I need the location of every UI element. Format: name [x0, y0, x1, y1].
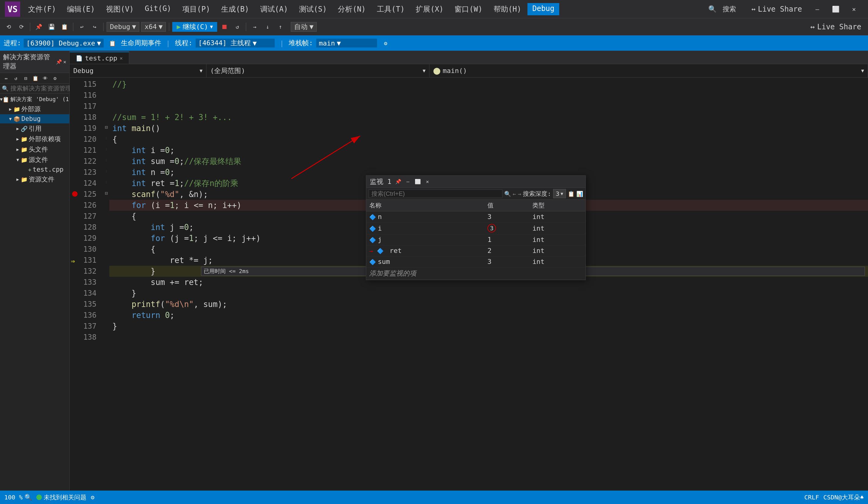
minimize-button[interactable]: —	[808, 3, 826, 15]
live-share-label[interactable]: Live Share	[758, 5, 802, 13]
scope-select[interactable]: (全局范围) ▼	[206, 64, 430, 77]
nav-back-icon[interactable]: ←	[513, 191, 516, 197]
debug-settings-btn[interactable]: ⚙	[380, 38, 391, 48]
sync-btn[interactable]: ↔	[2, 74, 10, 82]
toolbar-btn-2[interactable]: ⟳	[16, 22, 27, 32]
menu-debug[interactable]: 调试(A)	[255, 3, 293, 15]
solution-label: 解决方案 'Debug' (1 个项目, 共	[10, 96, 69, 103]
step-into[interactable]: ↓	[262, 22, 273, 32]
watch-row-j[interactable]: 🔷j 1 int	[366, 234, 586, 245]
menu-debug-active[interactable]: Debug	[527, 3, 559, 15]
menu-build[interactable]: 生成(B)	[216, 3, 254, 15]
collapse-main[interactable]: ⊟	[103, 122, 109, 133]
code-editor[interactable]: ⇒ 115 116 117 118 119 120 121 122 123 12…	[70, 78, 868, 491]
tree-item-headers[interactable]: ▶ 📁 头文件	[0, 144, 69, 155]
toolbar-sep-3	[103, 23, 104, 31]
code-line-120: {	[109, 134, 868, 145]
test-cpp-label: test.cpp	[33, 166, 63, 173]
tree-item-solution[interactable]: ▼ 📋 解决方案 'Debug' (1 个项目, 共	[0, 95, 69, 104]
line-num-118: 118	[79, 112, 100, 123]
tab-close-btn[interactable]: ✕	[120, 55, 123, 61]
toolbar-restart[interactable]: ↺	[232, 22, 243, 32]
toolbar-btn-1[interactable]: ⟲	[3, 22, 14, 32]
pin-icon[interactable]: 📌	[56, 59, 62, 65]
thread-dropdown[interactable]: [46344] 主线程 ▼	[195, 39, 275, 48]
settings-btn[interactable]: ⚙	[91, 494, 94, 501]
platform-dropdown[interactable]: x64 ▼	[141, 22, 166, 32]
menu-analyze[interactable]: 分析(N)	[333, 3, 371, 15]
stack-label: 堆栈帧:	[289, 39, 313, 48]
close-button[interactable]: ✕	[845, 3, 863, 15]
line-num-116: 116	[79, 90, 100, 101]
stack-dropdown[interactable]: main ▼	[316, 39, 377, 48]
menu-extensions[interactable]: 扩展(X)	[411, 3, 448, 15]
menu-git[interactable]: Git(G)	[140, 3, 176, 15]
tree-item-resources[interactable]: ▶ 📁 资源文件	[0, 174, 69, 185]
show-all-btn[interactable]: 👁	[41, 74, 50, 82]
code-content[interactable]: //} //sum = 1! + 2! + 3! +... int main (…	[109, 78, 868, 491]
tab-test-cpp[interactable]: 📄 test.cpp ✕	[70, 52, 129, 64]
collapse-btn[interactable]: ⊟	[21, 74, 30, 82]
menu-view[interactable]: 视图(V)	[101, 3, 139, 15]
tree-item-ext-dep[interactable]: ▶ 📁 外部依赖项	[0, 134, 69, 144]
menu-edit[interactable]: 编辑(E)	[62, 3, 100, 15]
maximize-button[interactable]: ⬜	[826, 3, 845, 15]
watch-search-input[interactable]	[369, 189, 503, 198]
line-num-130: 130	[79, 244, 100, 255]
toolbar-btn-3[interactable]: 📌	[33, 22, 44, 32]
toolbar-stop[interactable]: ⏹	[219, 22, 230, 32]
tree-item-test-cpp[interactable]: ▶ + test.cpp	[0, 165, 69, 174]
watch-row-i[interactable]: 🔷i 3 int	[366, 222, 586, 234]
search-icon-2: 🔍	[2, 85, 9, 92]
watch-max-btn[interactable]: ⬜	[414, 178, 422, 186]
menu-window[interactable]: 窗口(W)	[450, 3, 487, 15]
toolbar-redo[interactable]: ↪	[89, 22, 100, 32]
watch-row-n[interactable]: 🔷n 3 int	[366, 212, 586, 222]
function-select[interactable]: ⬤ main() ▼	[430, 64, 868, 77]
refresh-btn[interactable]: ↺	[12, 74, 20, 82]
menu-file[interactable]: 文件(F)	[23, 3, 61, 15]
watch-options-btn-2[interactable]: 📊	[576, 191, 583, 197]
auto-dropdown[interactable]: 自动 ▼	[291, 22, 317, 32]
step-out[interactable]: ↑	[275, 22, 286, 32]
highlighted-value: 3	[487, 224, 496, 233]
menu-help[interactable]: 帮助(H)	[489, 3, 526, 15]
watch-close-btn[interactable]: ✕	[423, 178, 432, 186]
toolbar-btn-5[interactable]: 📋	[59, 22, 70, 32]
collapse-gutter: ⊟ | | | | | ⊟	[103, 78, 109, 491]
collapse-for[interactable]: ⊟	[103, 187, 109, 198]
var-n-value: 3	[484, 212, 529, 222]
debug-context-select[interactable]: Debug ▼	[70, 64, 206, 77]
tree-view: ▼ 📋 解决方案 'Debug' (1 个项目, 共 ▶ 📁 外部源 ▼ 📦 D…	[0, 93, 69, 491]
zoom-control[interactable]: 100 % 🔍	[4, 494, 32, 501]
folder-icon-1: 📁	[13, 106, 20, 112]
menu-project[interactable]: 项目(P)	[177, 3, 215, 15]
close-panel-icon[interactable]: ✕	[63, 59, 66, 65]
depth-dropdown[interactable]: 3 ▼	[553, 189, 566, 198]
watch-add-label[interactable]: 添加要监视的项	[366, 267, 586, 280]
watch-pin-btn[interactable]: 📌	[394, 178, 403, 186]
watch-min-btn[interactable]: —	[404, 178, 412, 186]
tree-item-external-source[interactable]: ▶ 📁 外部源	[0, 104, 69, 114]
live-share-button[interactable]: ↔ Live Share	[807, 21, 865, 32]
toolbar-undo[interactable]: ↩	[76, 22, 87, 32]
tree-item-debug[interactable]: ▼ 📦 Debug	[0, 114, 69, 123]
tree-item-ref[interactable]: ▶ 🔗 引用	[0, 123, 69, 134]
continue-button[interactable]: ▶ 继续(C) ▼	[172, 22, 217, 32]
props-btn[interactable]: 📋	[31, 74, 40, 82]
nav-fwd-icon[interactable]: →	[518, 191, 521, 197]
debug-mode-dropdown[interactable]: Debug ▼	[106, 22, 139, 32]
lifecycle-events-btn[interactable]: 📋	[107, 38, 118, 48]
watch-row-ret[interactable]: → 🔷 ret 2 int	[366, 245, 586, 256]
menu-test[interactable]: 测试(S)	[294, 3, 332, 15]
step-over[interactable]: →	[249, 22, 260, 32]
process-dropdown[interactable]: [63900] Debug.exe ▼	[23, 39, 104, 48]
settings-btn[interactable]: ⚙	[51, 74, 59, 82]
tree-item-sources[interactable]: ▼ 📁 源文件	[0, 155, 69, 165]
watch-row-sum[interactable]: 🔷sum 3 int	[366, 256, 586, 267]
watch-options-btn-1[interactable]: 📋	[568, 191, 575, 197]
toolbar-btn-4[interactable]: 💾	[46, 22, 57, 32]
line-num-134: 134	[79, 288, 100, 299]
watch-add-row[interactable]: 添加要监视的项	[366, 267, 586, 280]
menu-tools[interactable]: 工具(T)	[372, 3, 410, 15]
